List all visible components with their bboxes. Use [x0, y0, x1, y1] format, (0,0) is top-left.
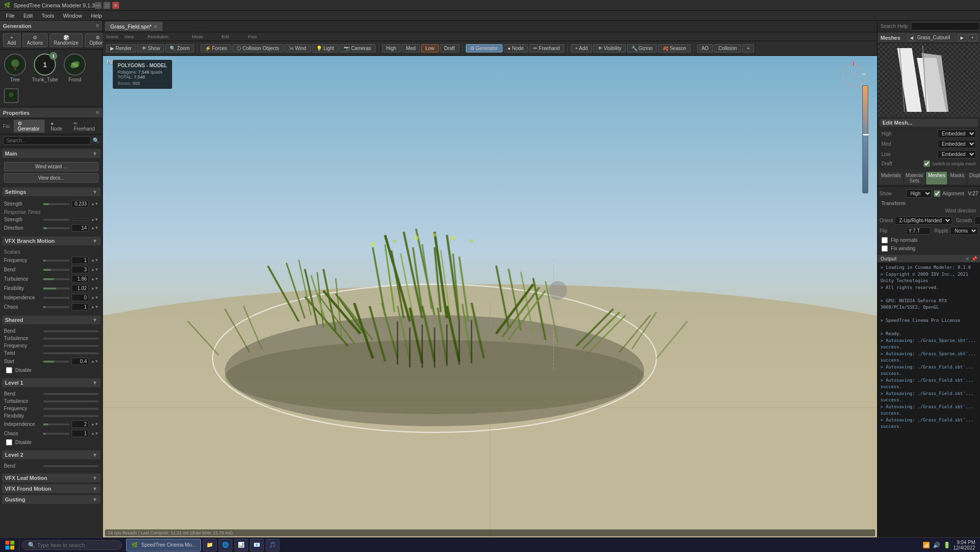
shared-disable-checkbox[interactable]	[6, 367, 12, 373]
flip-input[interactable]	[906, 227, 930, 235]
viewport-3d[interactable]: 2.25 Perspective POLYGONS - MODEL Polygo…	[103, 56, 877, 537]
taskbar-search-bar[interactable]: 🔍	[22, 540, 122, 550]
maximize-btn[interactable]: □	[103, 2, 110, 9]
forces-btn[interactable]: ⚡ Forces	[201, 44, 231, 53]
section-main-header[interactable]: Main ▼	[2, 149, 101, 158]
battery-icon[interactable]: 🔋	[943, 542, 951, 549]
geo-med-select[interactable]: Embedded	[937, 140, 976, 148]
taskbar-app3-btn[interactable]: 📊	[234, 539, 248, 552]
tree-thumb-small[interactable]	[4, 88, 19, 103]
actions-btn[interactable]: ⚙ Actions	[23, 33, 48, 47]
cameras-btn[interactable]: 📷 Cameras	[339, 44, 375, 53]
section-gusting-header[interactable]: Gusting ▼	[2, 495, 101, 504]
high-btn[interactable]: High	[382, 44, 401, 53]
low-btn[interactable]: Low	[421, 44, 439, 53]
orient-select[interactable]: Z-Up/Right-Handed	[895, 216, 952, 225]
extra-btn[interactable]: +	[742, 44, 754, 53]
taskbar-explorer-btn[interactable]: 📁	[203, 539, 217, 552]
volume-icon[interactable]: 🔊	[933, 542, 940, 549]
tab-meshes[interactable]: Meshes	[926, 172, 947, 184]
output-pin-btn[interactable]: 📌	[971, 256, 977, 262]
l1-indep: Independence 2 ▲▼	[4, 420, 99, 429]
section-settings-header[interactable]: Settings ▼	[2, 187, 101, 196]
properties-header: Properties ✕	[0, 107, 102, 118]
tree-thumb-trunk[interactable]: 1 1 Trunk_Tube	[32, 53, 58, 82]
zoom-btn[interactable]: 🔍 Zoom	[165, 44, 194, 53]
randomize-btn[interactable]: 🎲 Randomize	[50, 33, 83, 47]
mesh-prev-btn[interactable]: ◀	[907, 34, 916, 41]
gizmo-btn[interactable]: 🔧 Gizmo	[627, 44, 657, 53]
add-mesh-btn[interactable]: +	[968, 34, 977, 41]
collision-btn[interactable]: Collision	[714, 44, 741, 53]
geometry-title[interactable]: Edit Mesh...	[879, 119, 978, 127]
tab-close-btn[interactable]: ✕	[153, 24, 157, 29]
menu-tools[interactable]: Tools	[38, 12, 58, 20]
fix-winding-checkbox[interactable]	[881, 245, 888, 252]
tab-materials[interactable]: Materials	[879, 172, 903, 184]
mesh-next-btn[interactable]: ▶	[958, 34, 966, 41]
flip-normals-checkbox[interactable]	[881, 237, 888, 243]
menu-window[interactable]: Window	[59, 12, 86, 20]
tab-displacements[interactable]: Displacements	[967, 172, 980, 184]
search-help-input[interactable]	[911, 22, 980, 30]
light-btn[interactable]: 💡 Light	[312, 44, 338, 53]
geo-high-select[interactable]: Embedded	[937, 130, 976, 138]
add-edit-btn[interactable]: + Add	[571, 44, 592, 53]
output-clear-btn[interactable]: ✕	[965, 256, 969, 262]
tab-masks[interactable]: Masks	[948, 172, 966, 184]
l1-disable-checkbox[interactable]	[6, 439, 12, 446]
geo-draft-checkbox[interactable]	[924, 160, 930, 167]
tab-node[interactable]: ● Node	[47, 120, 68, 132]
taskbar-app5-btn[interactable]: 🎵	[266, 539, 279, 552]
close-btn[interactable]: ✕	[112, 2, 119, 9]
add-btn[interactable]: + Add	[3, 33, 21, 47]
season-btn[interactable]: 🍂 Season	[658, 44, 691, 53]
navigation-cube[interactable]: Y X	[840, 61, 867, 88]
section-level2-header[interactable]: Level 2 ▼	[2, 450, 101, 459]
freehand-mode-btn[interactable]: ✏ Freehand	[529, 44, 564, 53]
ao-btn[interactable]: AO	[697, 44, 713, 53]
network-icon[interactable]: 📶	[923, 542, 930, 549]
collision-objects-btn[interactable]: ⬡ Collision Objects	[232, 44, 283, 53]
search-btn[interactable]: 🔍	[93, 137, 100, 144]
taskbar-edge-btn[interactable]: 🌐	[219, 539, 232, 552]
section-vfx-header[interactable]: VFX Branch Motion ▼	[2, 237, 101, 245]
tab-generator[interactable]: ⚙ Generator	[14, 120, 45, 132]
node-mode-btn[interactable]: ● Node	[503, 44, 528, 53]
menu-file[interactable]: File	[2, 12, 19, 20]
tree-thumb-frond[interactable]: Frond	[64, 53, 86, 82]
vertical-color-slider[interactable]	[862, 85, 868, 193]
minimize-btn[interactable]: —	[95, 2, 101, 9]
tab-freehand[interactable]: ✏ Freehand	[70, 120, 100, 132]
render-btn[interactable]: ▶ Render	[106, 44, 136, 53]
generator-mode-btn[interactable]: ⚙ Generator	[466, 44, 503, 53]
draft-btn[interactable]: Draft	[440, 44, 459, 53]
taskbar-search-input[interactable]	[37, 542, 116, 548]
props-search-input[interactable]	[3, 136, 91, 145]
ripple-select[interactable]: Normal	[950, 227, 978, 235]
tab-grass-field[interactable]: Grass_Field.spn* ✕	[105, 22, 163, 31]
system-clock[interactable]: 9:04 PM 12/4/2022	[954, 540, 976, 551]
start-button[interactable]	[0, 538, 20, 552]
section-shared-header[interactable]: Shared ▼	[2, 315, 101, 324]
wind-btn[interactable]: 🌬 Wind	[284, 44, 311, 53]
visibility-btn[interactable]: 👁 Visibility	[593, 44, 626, 53]
menu-edit[interactable]: Edit	[20, 12, 37, 20]
panel-close-btn[interactable]: ✕	[95, 23, 100, 29]
taskbar-app4-btn[interactable]: 📧	[250, 539, 264, 552]
tree-thumb-tree[interactable]: Tree	[4, 53, 26, 82]
menu-help[interactable]: Help	[87, 12, 106, 20]
section-vfx-frond-header[interactable]: VFX Frond Motion ▼	[2, 484, 101, 493]
show-btn[interactable]: 👁 Show	[137, 44, 165, 53]
med-btn[interactable]: Med	[402, 44, 420, 53]
section-vfx-leaf-header[interactable]: VFX Leaf Motion ▼	[2, 473, 101, 482]
alignment-checkbox[interactable]	[934, 190, 940, 197]
growth-select[interactable]: YT	[975, 216, 980, 225]
geo-low-select[interactable]: Embedded	[937, 150, 976, 158]
view-docs-btn[interactable]: View docs...	[4, 173, 99, 183]
section-level1-header[interactable]: Level 1 ▼	[2, 378, 101, 387]
wind-wizard-btn[interactable]: Wind wizard ...	[4, 162, 99, 171]
show-select[interactable]: HighMedLow	[906, 189, 932, 198]
tab-material-sets[interactable]: Material Sets	[904, 172, 926, 184]
taskbar-app-speedtree[interactable]: 🌿 SpeedTree Cinema Mo...	[126, 539, 201, 552]
